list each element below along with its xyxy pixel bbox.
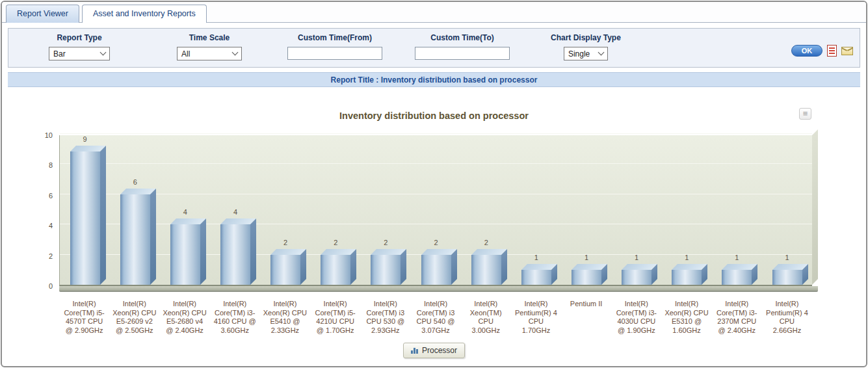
chevron-down-icon [100, 49, 107, 56]
x-axis-label: Intel(R) Core(TM) i3-4160 CPU @ 3.60GHz [210, 300, 260, 335]
chart-region: Inventory distribution based on processo… [2, 111, 866, 358]
time-scale-select[interactable]: All [177, 47, 242, 60]
field-custom-time-to: Custom Time(To) [415, 33, 510, 60]
report-type-selected-value: Bar [53, 49, 66, 59]
bar-value-label: 1 [685, 254, 689, 261]
bar-column[interactable]: 4 [160, 135, 210, 285]
chart-menu-icon[interactable]: ≡ [799, 108, 811, 120]
field-chart-display-type: Chart Display Type Single [551, 33, 621, 60]
report-viewer-window: Report Viewer Asset and Inventory Report… [1, 1, 867, 367]
gridline [60, 133, 812, 134]
ok-button[interactable]: OK [791, 45, 822, 57]
bar[interactable] [170, 224, 200, 285]
x-axis-label: Pentium II [561, 300, 611, 335]
bar-column[interactable]: 2 [461, 135, 511, 285]
bar-value-label: 1 [785, 254, 789, 261]
custom-time-from-label: Custom Time(From) [298, 33, 372, 42]
x-axis-label: Intel(R) Pentium(R) 4 CPU 1.70GHz [511, 300, 561, 335]
x-axis-label: Intel(R) Core(TM) i3 CPU 530 @ 2.93GHz [360, 300, 410, 335]
chart-title: Inventory distribution based on processo… [2, 111, 866, 121]
bar[interactable] [270, 255, 300, 285]
email-icon[interactable] [841, 47, 853, 55]
bar[interactable] [772, 270, 802, 285]
bar[interactable] [421, 255, 451, 285]
bar-value-label: 2 [484, 239, 488, 246]
field-report-type: Report Type Bar [49, 33, 110, 60]
y-axis-tick-label: 0 [49, 282, 53, 290]
y-axis-tick-label: 8 [49, 161, 53, 169]
bar-column[interactable]: 1 [762, 135, 812, 285]
bar[interactable] [672, 270, 702, 285]
bar[interactable] [572, 270, 601, 285]
bar[interactable] [722, 270, 752, 285]
bar[interactable] [120, 194, 150, 285]
chart-floor [59, 286, 818, 292]
tab-report-viewer-label: Report Viewer [17, 9, 68, 18]
toolbar-actions: OK [791, 45, 853, 57]
bar[interactable] [220, 224, 250, 285]
plot-row: 0246810 964422222111111 [2, 135, 866, 286]
time-scale-label: Time Scale [189, 33, 230, 42]
bar[interactable] [371, 255, 401, 285]
bar-column[interactable]: 1 [561, 135, 611, 285]
report-title-bar: Report Title : Inventory distribution ba… [8, 72, 860, 87]
chart-display-type-select[interactable]: Single [564, 47, 608, 60]
bar-value-label: 9 [83, 135, 87, 143]
bar-column[interactable]: 1 [662, 135, 712, 285]
bars-container: 964422222111111 [60, 135, 812, 285]
report-type-label: Report Type [57, 33, 101, 42]
bar-column[interactable]: 1 [612, 135, 662, 285]
legend-processor[interactable]: Processor [403, 343, 465, 358]
x-axis-label: Intel(R) Pentium(R) 4 CPU 2.66GHz [762, 300, 812, 335]
x-axis-label: Intel(R) Core(TM) i5-4210U CPU @ 1.70GHz [310, 300, 360, 335]
bar-chart-icon [411, 347, 418, 354]
plot-area: 964422222111111 [59, 135, 812, 286]
bar[interactable] [471, 255, 501, 285]
report-options-toolbar: Report Type Bar Time Scale All Custom Ti… [8, 28, 860, 68]
bar-column[interactable]: 2 [261, 135, 311, 285]
x-axis-label: Intel(R) Xeon(R) CPU E5310 @ 1.60GHz [661, 300, 711, 335]
bar[interactable] [521, 270, 551, 285]
tab-asset-and-inventory-reports[interactable]: Asset and Inventory Reports [82, 5, 207, 23]
y-axis: 0246810 [2, 135, 59, 286]
y-axis-tick-label: 2 [49, 252, 53, 260]
bar-value-label: 2 [283, 239, 287, 246]
chevron-down-icon [232, 49, 239, 56]
bar-column[interactable]: 2 [411, 135, 461, 285]
bar-column[interactable]: 2 [311, 135, 361, 285]
bar-column[interactable]: 1 [511, 135, 561, 285]
field-time-scale: Time Scale All [177, 33, 242, 60]
bar-value-label: 2 [334, 239, 337, 246]
time-scale-selected-value: All [181, 49, 190, 59]
custom-time-to-label: Custom Time(To) [430, 33, 494, 42]
bar[interactable] [622, 270, 651, 285]
bar-value-label: 4 [183, 208, 187, 216]
bar-value-label: 1 [635, 254, 638, 261]
bar-value-label: 1 [735, 254, 739, 261]
bar-value-label: 1 [585, 254, 588, 261]
chart-display-type-selected-value: Single [568, 49, 590, 59]
bar[interactable] [70, 151, 100, 285]
bar-value-label: 2 [434, 239, 438, 246]
custom-time-from-input[interactable] [287, 47, 382, 60]
bar-column[interactable]: 2 [361, 135, 411, 285]
pdf-export-icon[interactable] [827, 45, 837, 57]
bar-column[interactable]: 6 [110, 135, 160, 285]
x-axis-label: Intel(R) Xeon(R) CPU E5410 @ 2.33GHz [260, 300, 310, 335]
bar[interactable] [321, 255, 350, 285]
y-axis-tick-label: 4 [49, 222, 53, 230]
y-axis-tick-label: 6 [49, 192, 53, 200]
report-type-select[interactable]: Bar [49, 47, 110, 60]
bar-column[interactable]: 4 [210, 135, 260, 285]
x-axis-label: Intel(R) Core(TM) i3-2370M CPU @ 2.40GHz [712, 300, 762, 335]
bar-column[interactable]: 1 [712, 135, 762, 285]
tab-asset-and-inventory-reports-label: Asset and Inventory Reports [93, 9, 196, 18]
bar-value-label: 4 [233, 208, 237, 216]
custom-time-to-input[interactable] [415, 47, 510, 60]
bar-column[interactable]: 9 [60, 135, 110, 285]
tab-bar: Report Viewer Asset and Inventory Report… [2, 2, 866, 23]
tab-report-viewer[interactable]: Report Viewer [6, 5, 79, 23]
x-axis-label: Intel(R) Xeon(R) CPU E5-2609 v2 @ 2.50GH… [109, 300, 159, 335]
bar-value-label: 6 [133, 178, 137, 186]
x-axis-label: Intel(R) Xeon(TM) CPU 3.00GHz [461, 300, 511, 335]
